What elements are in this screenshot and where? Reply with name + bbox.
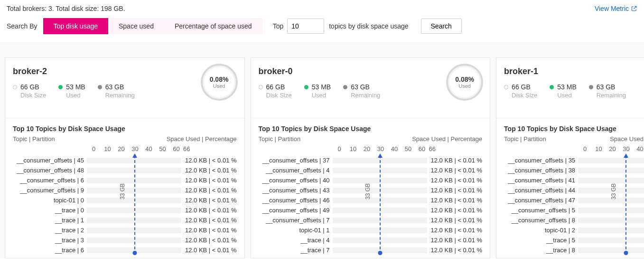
table-row: topic-01 | 112.0 KB | < 0.01 % [259,225,483,235]
disk-size-value: 66 GB [266,83,285,91]
disk-size-dot-icon [259,85,263,89]
used-value: 53 MB [66,83,85,91]
axis-tick: 50 [401,145,415,152]
row-topic-partition: topic-01 | 2 [504,227,578,234]
used-value: 53 MB [557,83,576,91]
broker-card: broker-1 66 GB Disk Size 53 MB Used 63 G… [496,57,644,258]
used-value: 53 MB [312,83,331,91]
table-row: __consumer_offsets | 44 [504,185,644,195]
table-row: __trace | 8 [504,245,644,255]
table-row: __trace | 612.0 KB | < 0.01 % [13,245,237,255]
row-topic-partition: __trace | 4 [259,237,333,244]
row-bar [578,168,644,173]
row-bar [578,178,644,183]
row-topic-partition: __trace | 2 [13,227,87,234]
row-value: 12.0 KB | < 0.01 % [181,207,237,214]
view-metric-link[interactable]: View Metric [595,5,637,12]
divider [251,118,490,118]
row-value: 12.0 KB | < 0.01 % [181,237,237,244]
search-by-label: Search By [7,22,37,30]
divider [5,118,244,118]
row-topic-partition: __consumer_offsets | 7 [259,217,333,224]
chart-axis: 010203040506066 [13,145,237,152]
broker-cards: broker-2 66 GB Disk Size 53 MB Used 63 G… [0,43,644,258]
axis-tick: 66 [183,145,189,152]
reference-label: 33 GB [364,183,371,200]
row-topic-partition: __consumer_offsets | 5 [504,207,578,214]
remaining-label: Remaining [105,92,135,99]
row-topic-partition: topic-01 | 1 [259,227,333,234]
summary-text: Total brokers: 3. Total disk size: 198 G… [7,5,125,12]
broker-title: broker-1 [504,67,644,76]
row-bar [578,158,644,163]
row-bar [578,247,644,253]
table-row: __trace | 5 [504,235,644,245]
table-row: __trace | 412.0 KB | < 0.01 % [259,235,483,245]
table-header-left: Topic | Partition [259,135,301,143]
search-button[interactable]: Search [421,19,462,34]
top-n-input[interactable] [287,19,324,34]
row-value: 12.0 KB | < 0.01 % [427,167,483,174]
axis-tick: 20 [606,145,619,152]
reference-label: 33 GB [610,183,617,200]
row-value: 12.0 KB | < 0.01 % [427,177,483,184]
remaining-label: Remaining [597,92,626,99]
table-row: __consumer_offsets | 4512.0 KB | < 0.01 … [13,155,237,165]
reference-line [134,155,135,254]
row-value: 12.0 KB | < 0.01 % [427,227,483,234]
axis-tick: 20 [114,145,128,152]
remaining-label: Remaining [351,92,380,99]
axis-tick: 10 [592,145,606,152]
row-topic-partition: __consumer_offsets | 43 [259,187,333,194]
row-value: 12.0 KB | < 0.01 % [427,217,483,224]
disk-size-label: Disk Size [20,92,46,99]
used-dot-icon [304,85,308,89]
axis-tick: 0 [578,145,592,152]
row-value: 12.0 KB | < 0.01 % [181,247,237,254]
table-row: __trace | 312.0 KB | < 0.01 % [13,235,237,245]
row-topic-partition: __consumer_offsets | 47 [504,197,578,204]
tab-space-used[interactable]: Space used [108,18,164,34]
tab-top-disk-usage[interactable]: Top disk usage [43,18,108,34]
row-topic-partition: __trace | 1 [13,217,87,224]
row-topic-partition: __consumer_offsets | 48 [13,167,87,174]
reference-line [625,155,626,254]
table-row: __consumer_offsets | 412.0 KB | < 0.01 % [259,165,483,175]
axis-tick: 30 [128,145,142,152]
tab-pct-space-used[interactable]: Percentage of space used [164,18,262,34]
used-dot-icon [58,85,63,89]
search-by-segmented: Top disk usage Space used Percentage of … [43,18,262,34]
row-bar [578,228,644,233]
row-topic-partition: __consumer_offsets | 44 [504,187,578,194]
table-row: __consumer_offsets | 4912.0 KB | < 0.01 … [259,205,483,215]
remaining-dot-icon [589,85,593,89]
row-value: 12.0 KB | < 0.01 % [427,247,483,254]
axis-tick: 10 [101,145,114,152]
axis-tick: 0 [333,145,346,152]
broker-card: broker-0 66 GB Disk Size 53 MB Used 63 G… [251,57,491,258]
row-topic-partition: __consumer_offsets | 41 [504,177,578,184]
row-topic-partition: __consumer_offsets | 38 [504,167,578,174]
remaining-value: 63 GB [351,83,370,91]
disk-size-label: Disk Size [266,92,292,99]
reference-dot-icon [378,251,383,255]
top-label: Top [273,22,284,30]
external-link-icon [631,5,637,12]
row-bar [578,218,644,223]
row-topic-partition: __trace | 8 [504,247,578,254]
axis-tick: 30 [619,145,633,152]
row-value: 12.0 KB | < 0.01 % [427,157,483,164]
row-topic-partition: __trace | 0 [13,207,87,214]
axis-tick: 30 [374,145,388,152]
remaining-dot-icon [98,85,102,89]
row-topic-partition: __consumer_offsets | 4 [259,167,333,174]
remaining-value: 63 GB [105,83,124,91]
row-bar [578,208,644,213]
table-row: __consumer_offsets | 38 [504,165,644,175]
used-dot-icon [550,85,554,89]
table-row: __consumer_offsets | 712.0 KB | < 0.01 % [259,215,483,225]
row-value: 12.0 KB | < 0.01 % [427,237,483,244]
gauge-used-label: Used [213,83,225,89]
axis-tick: 66 [429,145,435,152]
usage-gauge: 0.08% Used [201,64,238,101]
